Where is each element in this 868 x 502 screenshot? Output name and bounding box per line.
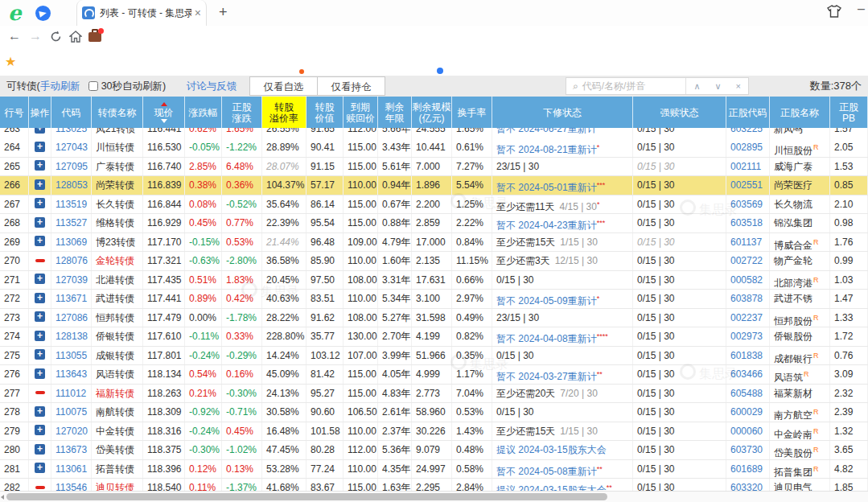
bond-code-link[interactable]: 110075: [56, 406, 87, 418]
stock-code-link[interactable]: 002551: [730, 179, 763, 191]
add-to-watchlist-button[interactable]: +: [35, 368, 45, 379]
bond-code-link[interactable]: 113671: [56, 293, 87, 304]
bond-row[interactable]: 275+113055成银转债117.801-0.24%-0.29%14.24%1…: [0, 347, 868, 366]
bond-row[interactable]: 280+113673岱美转债118.375-0.30%-1.02%47.45%8…: [0, 441, 868, 460]
col-header-row-number[interactable]: 行号: [0, 97, 29, 128]
bond-code-link[interactable]: 113673: [56, 444, 87, 455]
add-to-watchlist-button[interactable]: +: [35, 274, 45, 284]
briefcase-icon[interactable]: [88, 32, 101, 42]
stock-code-link[interactable]: 603225: [730, 128, 763, 134]
horizontal-scrollbar[interactable]: [0, 491, 868, 502]
bond-row[interactable]: 272+113671武进转债117.4410.89%0.42%40.63%83.…: [0, 290, 868, 309]
col-header-bond-name[interactable]: 转债名称: [92, 97, 143, 128]
col-header-conversion-premium[interactable]: 转股溢价率: [262, 97, 306, 128]
add-to-watchlist-button[interactable]: +: [35, 128, 45, 134]
prev-match-button[interactable]: ∧: [686, 81, 707, 92]
new-tab-button[interactable]: +: [219, 4, 228, 21]
add-to-watchlist-button[interactable]: +: [35, 406, 45, 417]
reload-icon[interactable]: [50, 31, 62, 43]
stock-code-link[interactable]: 000582: [730, 274, 763, 286]
bond-code-link[interactable]: 113061: [56, 463, 87, 475]
add-to-watchlist-button[interactable]: +: [35, 217, 45, 228]
scrollbar-thumb[interactable]: [6, 493, 607, 500]
browser-tab[interactable]: 列表 - 可转债 - 集思录 ×: [76, 0, 207, 26]
scroll-left-arrow-icon[interactable]: [1, 495, 4, 500]
add-to-watchlist-button[interactable]: +: [35, 160, 45, 171]
bond-row[interactable]: 270128076金轮转债117.321-0.63%-2.80%36.58%85…: [0, 252, 868, 271]
col-header-redeem-price[interactable]: 到期赎回价: [343, 97, 378, 128]
col-header-years-left[interactable]: 剩余年限: [378, 97, 412, 128]
col-header-remaining-size[interactable]: 剩余规模(亿元): [412, 97, 452, 128]
browser-logo-icon[interactable]: e: [8, 1, 22, 25]
bond-row[interactable]: 267+113519长久转债116.8440.08%-0.52%35.64%86…: [0, 195, 868, 215]
col-header-bond-code[interactable]: 代码: [51, 97, 92, 128]
minimize-icon[interactable]: –: [858, 2, 865, 16]
theme-tshirt-icon[interactable]: [827, 5, 841, 18]
add-to-watchlist-button[interactable]: +: [35, 349, 45, 360]
col-header-price[interactable]: 现价: [143, 97, 185, 128]
bookmark-star-icon[interactable]: ★: [5, 54, 16, 69]
table-search-box[interactable]: ⌕ 代码/名称/拼音 ∧ ∨ ×: [566, 77, 749, 95]
add-to-watchlist-button[interactable]: +: [35, 425, 45, 435]
bond-code-link[interactable]: 111012: [56, 388, 86, 399]
home-icon[interactable]: [69, 31, 82, 43]
bond-code-link[interactable]: 127039: [56, 274, 88, 286]
add-to-watchlist-button[interactable]: +: [35, 142, 45, 152]
bond-code-link[interactable]: 128053: [56, 179, 88, 191]
stock-code-link[interactable]: 603730: [730, 444, 763, 455]
stock-code-link[interactable]: 002111: [730, 161, 761, 172]
bond-row[interactable]: 264+127043川恒转债116.530-0.05%-1.22%28.89%9…: [0, 138, 868, 158]
bond-code-link[interactable]: 128076: [56, 255, 88, 266]
stock-code-link[interactable]: 002895: [730, 142, 763, 153]
stock-code-link[interactable]: 002722: [730, 255, 763, 266]
only-starred-button[interactable]: 仅看自选: [249, 76, 318, 96]
stock-code-link[interactable]: 603569: [730, 199, 763, 210]
stock-code-link[interactable]: 601137: [730, 237, 762, 248]
col-header-stock-pb[interactable]: 正股PB: [830, 97, 868, 128]
col-header-downward-revision-status[interactable]: 下修状态: [492, 97, 633, 128]
remove-from-watchlist-button[interactable]: [35, 486, 45, 489]
only-held-button[interactable]: 仅看持仓: [317, 76, 385, 96]
bond-row[interactable]: 276+113643风语转债118.1340.54%0.16%45.09%81.…: [0, 365, 868, 385]
stock-code-link[interactable]: 603466: [730, 368, 763, 380]
add-to-watchlist-button[interactable]: +: [35, 311, 45, 322]
bond-row[interactable]: 279+127020中金转债118.316-0.24%0.45%16.48%10…: [0, 422, 868, 442]
bond-row[interactable]: 273+127086恒邦转债117.4790.00%-1.78%28.22%91…: [0, 309, 868, 328]
col-header-stock-name[interactable]: 正股名称: [770, 97, 830, 128]
bond-code-link[interactable]: 113643: [56, 368, 87, 380]
col-header-change-pct[interactable]: 涨跌幅: [185, 97, 222, 128]
stock-code-link[interactable]: 603518: [730, 217, 763, 228]
bond-row[interactable]: 274+128138侨银转债117.610-0.11%0.33%228.80%3…: [0, 327, 868, 347]
add-to-watchlist-button[interactable]: +: [35, 198, 45, 208]
col-header-forced-redemption-status[interactable]: 强赎状态: [633, 97, 726, 128]
manual-refresh-link[interactable]: 手动刷新: [40, 80, 80, 92]
bond-row[interactable]: 277111012福新转债118.2630.21%-0.30%24.13%95.…: [0, 385, 868, 404]
back-icon[interactable]: ←: [8, 29, 21, 43]
col-header-conversion-value[interactable]: 转股价值: [306, 97, 343, 128]
remove-from-watchlist-button[interactable]: [35, 259, 45, 262]
bond-code-link[interactable]: 113025: [56, 128, 87, 134]
bond-code-link[interactable]: 127020: [56, 426, 88, 437]
add-to-watchlist-button[interactable]: +: [35, 293, 45, 303]
stock-code-link[interactable]: 600029: [730, 406, 763, 418]
remove-from-watchlist-button[interactable]: [35, 391, 45, 394]
bond-row[interactable]: 271+127039北港转债117.4350.51%1.83%20.45%97.…: [0, 271, 868, 290]
add-to-watchlist-button[interactable]: +: [35, 236, 45, 246]
stock-code-link[interactable]: 603878: [730, 293, 763, 304]
bond-code-link[interactable]: 128138: [56, 331, 88, 342]
bond-code-link[interactable]: 127095: [56, 161, 88, 172]
messenger-icon[interactable]: [35, 6, 51, 21]
add-to-watchlist-button[interactable]: +: [35, 179, 45, 190]
bond-row[interactable]: 281+113061拓普转债118.3960.12%0.13%53.28%77.…: [0, 460, 868, 479]
feedback-link[interactable]: 讨论与反馈: [187, 80, 237, 92]
bond-row[interactable]: 269+113069博23转债117.170-0.15%0.53%21.44%9…: [0, 233, 868, 253]
bond-code-link[interactable]: 127043: [56, 142, 88, 153]
stock-code-link[interactable]: 601689: [730, 463, 763, 475]
forward-icon[interactable]: →: [29, 29, 42, 43]
col-header-action[interactable]: 操作: [29, 97, 51, 128]
bond-row[interactable]: 278+110075南航转债118.309-0.92%-0.71%30.58%9…: [0, 403, 868, 422]
bond-code-link[interactable]: 127086: [56, 312, 88, 323]
bond-code-link[interactable]: 113069: [56, 237, 87, 248]
bond-code-link[interactable]: 113055: [56, 350, 87, 361]
stock-code-link[interactable]: 002237: [730, 312, 763, 323]
